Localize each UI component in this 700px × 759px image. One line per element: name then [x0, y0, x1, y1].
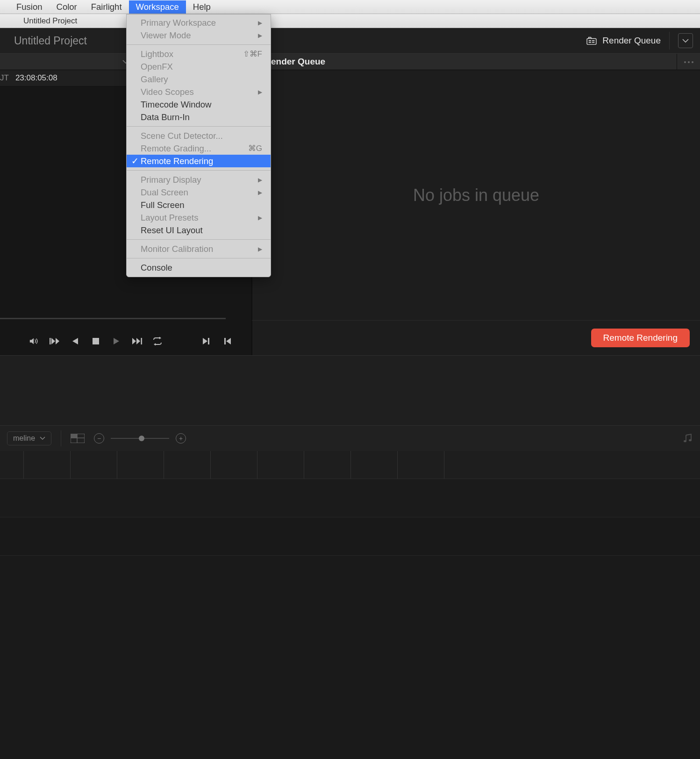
menu-separator — [127, 258, 271, 258]
menu-item-remote-grading: Remote Grading...⌘G — [127, 142, 271, 155]
render-queue-body: No jobs in queue — [251, 70, 494, 320]
project-name: Untitled Project — [14, 35, 87, 47]
zoom-control: − + — [94, 433, 186, 444]
menu-separator — [127, 44, 271, 45]
timeline-view-icon[interactable] — [71, 434, 85, 443]
zoom-out-button[interactable]: − — [94, 433, 104, 444]
jump-start-icon[interactable] — [222, 336, 233, 346]
svg-rect-6 — [93, 338, 99, 344]
menu-item-label: Scene Cut Detector... — [141, 131, 262, 141]
menu-separator — [127, 170, 271, 171]
submenu-arrow-icon: ▶ — [258, 177, 262, 183]
menu-item-console[interactable]: Console — [127, 261, 271, 274]
menu-item-label: Primary Workspace — [141, 18, 258, 28]
menu-help[interactable]: Help — [186, 0, 218, 14]
menu-item-label: Viewer Mode — [141, 30, 258, 41]
menu-item-label: OpenFX — [141, 62, 262, 72]
menu-item-viewer-mode: Viewer Mode▶ — [127, 29, 271, 42]
menu-item-scene-cut-detector: Scene Cut Detector... — [127, 129, 271, 142]
track-row[interactable] — [0, 479, 494, 517]
timeline-selector-label: meline — [13, 434, 35, 443]
menu-item-video-scopes: Video Scopes▶ — [127, 86, 271, 98]
menu-item-dual-screen: Dual Screen▶ — [127, 186, 271, 199]
next-clip-icon[interactable] — [132, 336, 142, 346]
menu-item-label: Layout Presets — [141, 213, 258, 223]
menu-item-label: Console — [141, 263, 262, 273]
menu-item-label: Lightbox — [141, 49, 243, 59]
timeline-tracks[interactable] — [0, 451, 494, 536]
stop-icon[interactable] — [91, 336, 101, 346]
render-queue-empty-text: No jobs in queue — [413, 186, 494, 205]
menu-item-label: Remote Rendering — [141, 156, 262, 166]
jump-end-icon[interactable] — [201, 336, 211, 346]
menu-item-label: Full Screen — [141, 200, 262, 210]
menubar: Fusion Color Fairlight Workspace Help — [0, 0, 494, 14]
play-reverse-icon[interactable] — [70, 336, 80, 346]
timecode-label: JT — [0, 73, 10, 83]
render-queue-header: ender Queue — [251, 54, 494, 70]
menu-separator — [127, 239, 271, 240]
timeline-toolbar: meline − + — [0, 425, 494, 451]
lower-panel — [0, 355, 494, 425]
chevron-down-icon — [40, 437, 45, 440]
menu-workspace[interactable]: Workspace — [129, 0, 186, 14]
menu-item-label: Gallery — [141, 74, 262, 85]
svg-rect-5 — [50, 338, 51, 344]
menu-item-label: Timecode Window — [141, 100, 262, 110]
viewer-scrubber[interactable] — [0, 318, 226, 319]
timeline-ruler[interactable] — [0, 451, 494, 479]
menu-shortcut: ⌘G — [248, 143, 262, 153]
render-queue-header-label: ender Queue — [271, 57, 325, 67]
menu-item-label: Primary Display — [141, 175, 258, 185]
svg-rect-8 — [208, 338, 209, 344]
render-queue-footer: Remote Rendering — [251, 320, 494, 355]
prev-clip-icon[interactable] — [50, 336, 60, 346]
svg-rect-11 — [71, 434, 77, 438]
submenu-arrow-icon: ▶ — [258, 32, 262, 39]
play-icon[interactable] — [111, 336, 121, 346]
menu-item-openfx: OpenFX — [127, 60, 271, 73]
menu-item-monitor-calibration: Monitor Calibration▶ — [127, 243, 271, 255]
menu-item-gallery: Gallery — [127, 73, 271, 86]
volume-icon[interactable] — [29, 336, 39, 346]
transport-controls — [0, 327, 251, 355]
zoom-slider[interactable] — [111, 438, 169, 439]
menu-item-label: Data Burn-In — [141, 112, 262, 122]
svg-rect-7 — [141, 338, 143, 344]
menu-item-data-burn-in[interactable]: Data Burn-In — [127, 111, 271, 123]
menu-fairlight[interactable]: Fairlight — [84, 0, 129, 14]
timeline-selector[interactable]: meline — [7, 431, 51, 445]
menu-item-reset-ui-layout[interactable]: Reset UI Layout — [127, 224, 271, 236]
submenu-arrow-icon: ▶ — [258, 20, 262, 26]
menu-item-label: Dual Screen — [141, 187, 258, 198]
menu-item-label: Monitor Calibration — [141, 244, 258, 254]
menu-item-full-screen[interactable]: Full Screen — [127, 199, 271, 211]
submenu-arrow-icon: ▶ — [258, 215, 262, 221]
submenu-arrow-icon: ▶ — [258, 89, 262, 95]
menu-separator — [127, 126, 271, 127]
menu-fusion[interactable]: Fusion — [9, 0, 50, 14]
menu-item-label: Reset UI Layout — [141, 225, 262, 236]
menu-shortcut: ⇧⌘F — [243, 49, 262, 59]
menu-item-label: Remote Grading... — [141, 143, 248, 154]
workspace-menu: Primary Workspace▶Viewer Mode▶Lightbox⇧⌘… — [126, 14, 271, 277]
svg-rect-9 — [224, 338, 226, 344]
window-title: Untitled Project — [23, 16, 77, 26]
zoom-in-button[interactable]: + — [176, 433, 186, 444]
submenu-arrow-icon: ▶ — [258, 189, 262, 196]
menu-item-remote-rendering[interactable]: Remote Rendering — [127, 155, 271, 167]
menu-item-primary-display: Primary Display▶ — [127, 173, 271, 186]
submenu-arrow-icon: ▶ — [258, 246, 262, 252]
menu-item-primary-workspace: Primary Workspace▶ — [127, 16, 271, 29]
menu-item-lightbox: Lightbox⇧⌘F — [127, 48, 271, 60]
timecode-value: 23:08:05:08 — [15, 73, 57, 83]
menu-item-label: Video Scopes — [141, 87, 258, 97]
menu-color[interactable]: Color — [50, 0, 84, 14]
menu-item-timecode-window[interactable]: Timecode Window — [127, 98, 271, 111]
menu-item-layout-presets: Layout Presets▶ — [127, 211, 271, 224]
track-row[interactable] — [0, 517, 494, 536]
loop-icon[interactable] — [152, 336, 163, 346]
